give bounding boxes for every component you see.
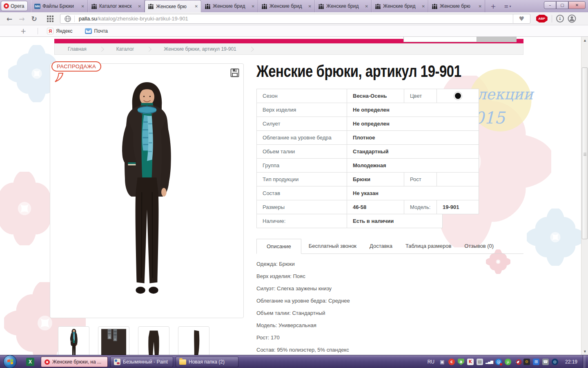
tab-delivery[interactable]: Доставка [370,239,392,254]
adblock-plus-icon[interactable]: ABP [536,15,548,22]
tab-close-icon[interactable]: ✕ [308,4,312,9]
breadcrumb: Главная Каталог Женские брюки, артикул 1… [54,43,523,55]
close-button[interactable]: ✕ [568,1,586,9]
divider [38,28,38,34]
tab-faily-bryuki[interactable]: NN Файлы Брюки ✕ [31,0,88,12]
add-bookmark-icon[interactable]: + [20,27,26,35]
scroll-down-icon[interactable]: ▼ [581,348,588,355]
tab-close-icon[interactable]: ✕ [252,4,255,9]
thumbnail-trousers-front[interactable] [138,326,169,355]
tab-katalog[interactable]: Каталог женск ✕ [88,0,145,12]
tab-zhenskie-bridzhi-2[interactable]: Женские брид ✕ [258,0,315,12]
adguard-shield-icon[interactable]: a [458,359,464,365]
tab-close-icon[interactable]: ✕ [195,4,198,9]
yandex-icon: Я [47,28,53,34]
spec-value: Весна-Осень [347,89,404,103]
taskbar-item-folder[interactable]: Новая папка (2) [176,357,238,367]
scroll-up-icon[interactable]: ▲ [581,37,588,44]
tab-description[interactable]: Описание [256,239,301,254]
save-image-icon[interactable] [230,68,239,77]
profile-button[interactable] [568,14,576,23]
minimize-button[interactable]: – [544,1,556,9]
maximize-button[interactable]: ▢ [556,1,568,9]
people-icon [432,4,438,9]
tab-reviews[interactable]: Отзывов (0) [464,239,494,254]
tab-zhenskie-bryuki-2[interactable]: Женские брю ✕ [428,0,485,12]
reload-icon[interactable]: ↻ [31,15,37,23]
scrollbar-thumb[interactable] [582,67,588,239]
url-input[interactable]: palla.su /katalog/zhenskie-bryuki-artiku… [60,14,530,24]
url-host: palla.su [79,16,97,22]
mail-icon [85,28,92,34]
forward-icon[interactable]: → [19,15,24,23]
bookmark-mail[interactable]: Почта [85,28,108,34]
site-search-button[interactable] [477,37,517,42]
thumbnail-trousers-side[interactable] [178,326,209,355]
vertical-scrollbar[interactable]: ▲ ▼ [581,37,588,355]
spec-value: Не определен [347,103,479,117]
spec-row-season: Сезон Весна-Осень Цвет [257,89,479,103]
tab-zhenskie-bryuki-active[interactable]: Женские брю ✕ [145,0,201,12]
taskbar-item-paint[interactable]: Безымянный - Paint [110,357,173,367]
bookmarks-bar: + Я Яндекс Почта [0,25,588,37]
people-icon [261,4,267,9]
back-icon[interactable]: ← [7,15,12,23]
excel-pinned-icon[interactable]: X [26,358,34,366]
thumbnail-full-figure[interactable] [58,326,89,355]
tab-zhenskie-bridzhi-1[interactable]: Женские брид ✕ [201,0,258,12]
taskbar-clock[interactable]: 22:19 [565,359,577,365]
tab-close-icon[interactable]: ✕ [138,4,141,9]
spec-color-cell [437,89,479,103]
spec-label: Верх изделия [257,103,347,117]
tab-close-icon[interactable]: ✕ [422,4,425,9]
hidden-icons-button[interactable]: ▣ [439,359,445,365]
language-indicator[interactable]: RU [428,359,434,365]
tab-zhenskie-bridzhi-3[interactable]: Женские брид ✕ [315,0,372,12]
tab-size-chart[interactable]: Таблица размеров [405,239,451,254]
start-button[interactable] [3,355,17,368]
breadcrumb-current: Женские брюки, артикул 19-901 [164,46,236,52]
window-controls: – ▢ ✕ [544,1,586,9]
breadcrumb-catalog[interactable]: Каталог [116,46,134,52]
ccleaner-icon[interactable]: c [448,359,455,365]
phone-support-icon[interactable]: ☎ [542,359,549,365]
spec-value: Брюки [347,173,404,186]
tab-close-icon[interactable]: ✕ [81,4,85,9]
speed-dial-icon[interactable] [47,16,49,17]
new-tab-button[interactable]: + [488,2,498,10]
tab-close-icon[interactable]: ✕ [365,4,368,9]
site-search-input[interactable] [403,37,477,42]
bookmark-yandex[interactable]: Я Яндекс [47,28,72,34]
tab-free-call[interactable]: Бесплатный звонок [309,239,356,254]
tabs-strip: NN Файлы Брюки ✕ Каталог женск ✕ Женские… [31,0,485,12]
tab-zhenskie-bridzhi-4[interactable]: Женские брид ✕ [372,0,428,12]
product-photo-model[interactable] [104,70,190,312]
bookmark-heart-button[interactable]: ♥ [513,14,530,24]
clipboard-icon[interactable]: ▤ [477,359,483,365]
product-title: Женские брюки, артикул 19-901 [256,62,461,81]
description-line: Модель: Универсальная [256,323,485,328]
show-desktop-button[interactable] [583,355,586,368]
tab-close-icon[interactable]: ✕ [479,4,482,9]
mail-alert-icon[interactable]: @ [495,359,502,365]
breadcrumb-home[interactable]: Главная [68,46,87,52]
tools-icon[interactable]: ⚙ [523,359,530,365]
spec-row-fit: Облегание на уровне бедра Плотное [257,131,479,145]
tab-menu-button[interactable]: ≡ ▾ [501,2,514,10]
taskbar-item-opera[interactable]: Женские брюки, на ... [41,357,108,367]
utorrent-icon[interactable]: µ [505,359,511,365]
volume-muted-icon[interactable]: ◀ [514,359,521,365]
opera-menu-button[interactable]: Opera [1,1,28,11]
network-globe-icon[interactable]: ◍ [552,359,558,365]
site-badge-icon[interactable] [65,16,71,22]
downloads-button[interactable]: ↓ [556,15,564,22]
people-icon [375,4,381,9]
color-swatch-black[interactable] [455,93,461,99]
windows-update-icon[interactable]: ⊞ [533,359,539,365]
spec-row-availability: Наличие: Есть в наличии [257,214,443,228]
thumbnail-fabric-closeup[interactable] [98,326,129,355]
kaspersky-icon[interactable]: K [467,359,474,365]
description-panel: Одежда: Брюки Верх изделия: Пояс Силуэт:… [256,261,485,355]
spec-row-waist: Обьем талии Стандартный [257,145,479,159]
network-signal-icon[interactable]: ▂▄▆ [486,359,492,365]
